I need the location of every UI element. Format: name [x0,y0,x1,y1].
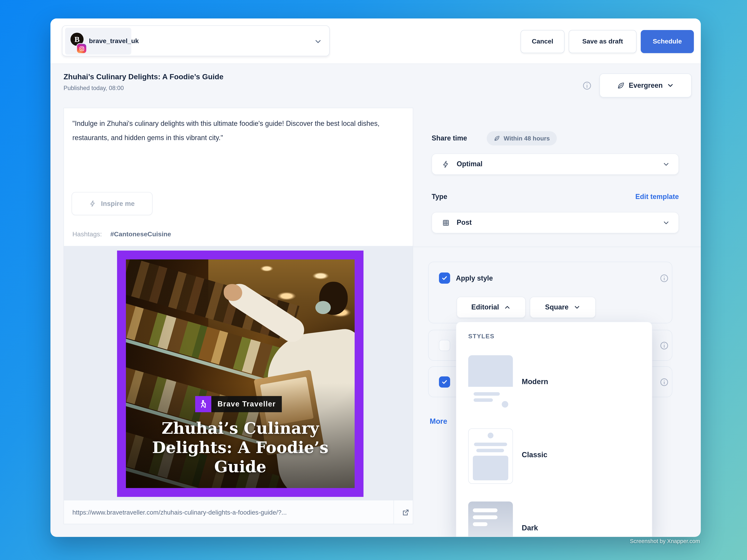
style-thumbnail [468,355,513,411]
option-checkbox[interactable] [439,340,450,351]
style-option-classic[interactable]: Classic [456,428,652,502]
lightning-icon [89,200,96,207]
chevron-down-icon [667,82,674,89]
style-shape-dropdown[interactable]: Square [530,297,596,318]
post-composer: "Indulge in Zhuhai's culinary delights w… [63,108,413,524]
hashtags-label: Hashtags: [72,231,102,238]
info-icon[interactable] [660,341,669,350]
post-url[interactable]: https://www.bravetraveller.com/zhuhais-c… [72,500,287,524]
desktop-background: B brave_travel_uk Cancel Save as draft [0,0,747,560]
chevron-down-icon [662,219,670,226]
save-as-draft-button[interactable]: Save as draft [569,30,637,53]
brand-badge-label: Brave Traveller [211,396,282,412]
image-preview-section: Brave Traveller Zhuhai’s Culinary Deligh… [64,246,413,501]
account-name: brave_travel_uk [89,28,139,55]
chevron-down-icon [573,304,581,311]
style-option-modern[interactable]: Modern [456,355,652,428]
more-link[interactable]: More [430,417,447,426]
link-row: https://www.bravetraveller.com/zhuhais-c… [64,500,413,524]
chevron-down-icon [314,37,322,46]
option-checkbox[interactable] [439,376,450,388]
header-actions: Cancel Save as draft Schedule [521,30,694,53]
account-selector[interactable]: B brave_travel_uk [62,25,330,56]
divider [413,247,701,247]
modal-header: B brave_travel_uk Cancel Save as draft [50,19,701,64]
check-icon [441,275,448,281]
evergreen-label: Evergreen [629,81,663,89]
post-image[interactable]: Brave Traveller Zhuhai’s Culinary Deligh… [117,250,363,497]
style-name-dropdown[interactable]: Editorial [457,297,525,318]
leaf-icon [617,81,625,89]
apply-style-label: Apply style [456,274,493,283]
info-icon[interactable] [660,274,669,283]
post-title: Zhuhai’s Culinary Delights: A Foodie’s G… [63,72,224,81]
chevron-up-icon [504,304,511,311]
instagram-icon [77,44,86,53]
divider [393,500,394,524]
caption-text[interactable]: "Indulge in Zhuhai's culinary delights w… [72,116,398,145]
info-icon[interactable] [660,378,669,387]
info-icon[interactable] [582,81,592,90]
evergreen-dropdown[interactable]: Evergreen [599,74,692,97]
cancel-button[interactable]: Cancel [521,30,565,53]
published-status: Published today, 08:00 [63,85,124,91]
type-label: Type [432,193,447,201]
chevron-down-icon [662,160,670,168]
share-time-label: Share time [432,134,467,142]
share-time-dropdown[interactable]: Optimal [432,154,679,175]
share-time-badge: Within 48 hours [487,131,557,145]
leaf-icon [494,135,500,142]
edit-template-link[interactable]: Edit template [635,193,679,201]
schedule-button[interactable]: Schedule [641,30,694,53]
lightning-icon [442,160,450,168]
account-chip: B brave_travel_uk [65,28,131,55]
type-dropdown[interactable]: Post [432,212,679,233]
styles-heading: STYLES [468,333,494,340]
hashtags-row: Hashtags: #CantoneseCuisine [72,231,171,238]
watermark: Screenshot by Xnapper.com [630,538,700,544]
grid-icon [442,219,450,226]
hashtag-value[interactable]: #CantoneseCuisine [110,231,171,238]
brand-badge: Brave Traveller [195,396,282,412]
shop-photo: Brave Traveller Zhuhai’s Culinary Deligh… [126,259,355,488]
style-option-dark[interactable]: Dark [456,502,652,537]
hiker-icon [195,396,211,412]
external-link-icon[interactable] [397,500,414,524]
image-headline: Zhuhai’s Culinary Delights: A Foodie’s G… [144,419,337,477]
inspire-me-button[interactable]: Inspire me [72,192,153,215]
check-icon [441,379,448,385]
apply-style-card: Apply style Editorial Square [428,262,672,323]
style-thumbnail [468,428,513,484]
scheduler-modal: B brave_travel_uk Cancel Save as draft [50,19,701,537]
apply-style-checkbox[interactable] [439,272,450,284]
style-thumbnail [468,502,513,537]
styles-popup: STYLES Modern Classic Dark [456,322,652,537]
